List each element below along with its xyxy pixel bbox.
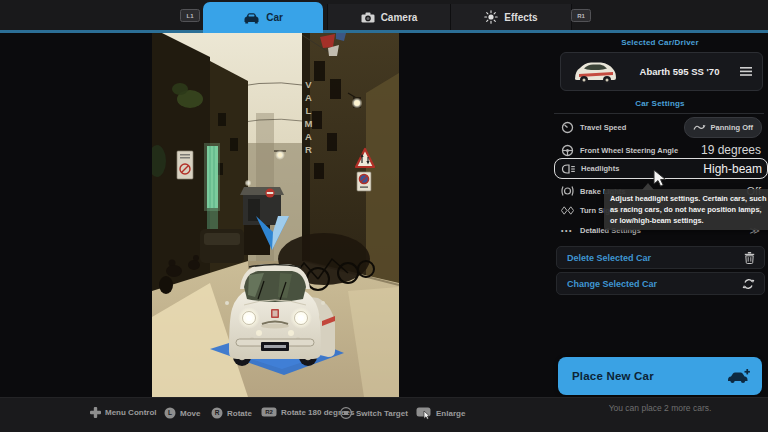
car-settings-header: Car Settings bbox=[552, 99, 768, 108]
selected-car-card[interactable]: Abarth 595 SS '70 bbox=[560, 52, 763, 91]
hint-menu-control: Menu Control bbox=[90, 407, 157, 418]
steering-angle-label: Front Wheel Steering Angle bbox=[580, 146, 678, 155]
steering-wheel-icon bbox=[557, 144, 577, 157]
green-scaffold bbox=[207, 146, 218, 208]
tab-car[interactable]: Car bbox=[203, 2, 323, 33]
swap-icon bbox=[742, 278, 755, 290]
hint-enlarge: Enlarge bbox=[416, 407, 465, 420]
svg-text:L: L bbox=[168, 409, 172, 416]
hint-switch-target: Switch Target bbox=[340, 407, 408, 419]
hint-rotate: R Rotate bbox=[211, 407, 252, 419]
mouse-cursor bbox=[653, 169, 667, 192]
turn-signals-icon bbox=[557, 206, 577, 215]
travel-speed-icon bbox=[557, 121, 577, 134]
svg-text:R2: R2 bbox=[265, 409, 273, 415]
travel-speed-label: Travel Speed bbox=[580, 123, 626, 132]
camera-icon bbox=[361, 12, 375, 23]
delete-selected-car-button[interactable]: Delete Selected Car bbox=[556, 246, 765, 269]
panning-icon bbox=[693, 122, 706, 132]
tab-camera-label: Camera bbox=[381, 12, 418, 23]
headlights-value: High-beam bbox=[703, 162, 762, 176]
headlights-label: Headlights bbox=[581, 164, 619, 173]
street-scene bbox=[152, 33, 399, 397]
top-tab-bar: L1 Camera Effects Car R1 bbox=[0, 0, 768, 30]
car-icon bbox=[243, 12, 260, 24]
right-stick-icon: R bbox=[211, 407, 223, 419]
tab-effects[interactable]: Effects bbox=[450, 4, 572, 30]
headlights-icon bbox=[558, 164, 578, 174]
brake-lights-icon bbox=[557, 186, 577, 196]
touchpad-icon bbox=[416, 407, 432, 420]
left-stick-icon: L bbox=[164, 407, 176, 419]
photo-sign-text: VALMAR bbox=[298, 79, 314, 157]
row-travel-speed[interactable]: Travel Speed Panning Off bbox=[554, 115, 766, 139]
trash-icon bbox=[744, 252, 755, 264]
r2-button-icon: R2 bbox=[261, 407, 277, 417]
tab-effects-label: Effects bbox=[504, 12, 537, 23]
settings-panel: Selected Car/Driver Abarth 595 SS '70 Ca… bbox=[552, 33, 768, 397]
panning-toggle[interactable]: Panning Off bbox=[684, 117, 763, 138]
svg-text:R: R bbox=[215, 409, 220, 416]
placement-hint: You can place 2 more cars. bbox=[552, 403, 768, 413]
effects-icon bbox=[484, 10, 498, 24]
kiosk-awning bbox=[240, 187, 284, 195]
tab-camera[interactable]: Camera bbox=[327, 4, 451, 30]
divider bbox=[554, 113, 764, 114]
l1-shoulder-button[interactable]: L1 bbox=[180, 9, 200, 22]
place-new-car-button[interactable]: Place New Car bbox=[558, 357, 762, 395]
tab-car-label: Car bbox=[266, 12, 283, 23]
dpad-icon bbox=[90, 407, 101, 418]
steering-angle-value: 19 degrees bbox=[701, 143, 761, 157]
photo-viewport[interactable]: VALMAR bbox=[152, 33, 399, 397]
hamburger-icon[interactable] bbox=[740, 67, 752, 76]
r1-shoulder-button[interactable]: R1 bbox=[571, 9, 591, 22]
selected-car-header: Selected Car/Driver bbox=[552, 38, 768, 47]
car-plus-icon bbox=[726, 369, 750, 384]
square-button-icon bbox=[340, 407, 352, 419]
car-thumbnail bbox=[571, 59, 619, 85]
screen: L1 Camera Effects Car R1 bbox=[0, 0, 768, 432]
selected-car-name: Abarth 595 SS '70 bbox=[619, 66, 740, 77]
headlights-tooltip: Adjust headlight settings. Certain cars,… bbox=[604, 189, 768, 230]
hint-move: L Move bbox=[164, 407, 200, 419]
change-selected-car-button[interactable]: Change Selected Car bbox=[556, 272, 765, 295]
detailed-settings-icon: ••• bbox=[557, 227, 577, 234]
